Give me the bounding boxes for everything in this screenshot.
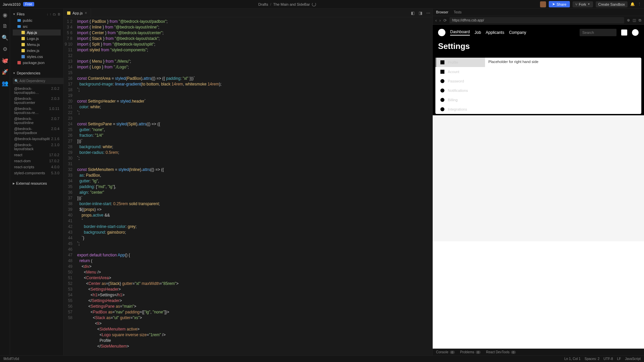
brand-name[interactable]: Jarvis1010 <box>3 2 20 6</box>
nav-back-icon[interactable]: ‹ <box>435 18 437 23</box>
bell-icon[interactable]: 🔔 <box>630 2 635 6</box>
menu-notifications[interactable]: Notifications <box>435 86 485 95</box>
search-icon[interactable]: 🔍 <box>2 35 8 40</box>
layout-icon[interactable]: ◫ <box>633 18 636 22</box>
settings-icon[interactable]: ⚙ <box>2 46 8 52</box>
dependency-row[interactable]: @bedrock-layout/padbox2.0.4 <box>13 126 61 136</box>
dependency-row[interactable]: @bedrock-layout/css-re…1.0.11 <box>13 106 61 116</box>
upload-icon[interactable]: ↑ <box>50 12 51 16</box>
tab-react-devtools[interactable]: React DevTools0 <box>486 350 516 354</box>
chevron-right-icon[interactable]: ▶ <box>13 182 15 185</box>
sync-icon[interactable] <box>312 2 316 6</box>
file-package-json[interactable]: package.json <box>13 60 61 66</box>
file-app-js[interactable]: App.js <box>13 29 61 36</box>
dependency-name: @bedrock-layout/padbox <box>14 127 51 135</box>
code-content[interactable]: import { PadBox } from "@bedrock-layout/… <box>74 17 432 355</box>
nav-dashboard[interactable]: Dashboard <box>450 29 470 36</box>
dependency-row[interactable]: react17.0.2 <box>13 152 61 158</box>
page-title: Settings <box>433 40 644 58</box>
add-dependency-input[interactable] <box>13 78 64 84</box>
dependency-name: @bedrock-layout/center <box>14 97 51 105</box>
files-header: Files <box>17 12 24 16</box>
dependency-version: 5.3.0 <box>51 171 59 175</box>
dependency-name: styled-components <box>14 171 45 175</box>
nav-applicants[interactable]: Applicants <box>486 30 504 35</box>
circle-icon <box>440 107 444 111</box>
add-to-screen-icon[interactable]: ⊕ <box>627 18 630 22</box>
nav-company[interactable]: Company <box>509 30 526 35</box>
dependency-row[interactable]: @bedrock-layout/split2.1.6 <box>13 136 61 142</box>
breadcrumb-title[interactable]: The Main and SideBar <box>273 2 310 6</box>
dependency-name: @bedrock-layout/appbo… <box>14 86 51 95</box>
status-language[interactable]: JavaScript <box>625 357 641 361</box>
settings-content: Placeholder for right hand side <box>485 58 641 114</box>
status-hash[interactable]: 9b5df7c6d <box>3 357 19 361</box>
nav-job[interactable]: Job <box>475 30 481 35</box>
dependency-row[interactable]: react-dom17.0.2 <box>13 158 61 164</box>
notification-icon[interactable] <box>621 29 627 36</box>
chevron-down-icon[interactable]: ▼ <box>13 72 15 75</box>
code-editor[interactable]: 1 2 3 4 5 6 7 8 9 10 11 12 13 14 15 16 1… <box>64 17 432 355</box>
dependency-row[interactable]: @bedrock-layout/appbo…2.0.2 <box>13 85 61 96</box>
tab-browser[interactable]: Browser <box>436 10 448 14</box>
panel-right-icon[interactable]: ◨ <box>417 11 424 15</box>
folder-src[interactable]: src <box>13 23 61 29</box>
dependency-version: 17.0.2 <box>49 153 59 157</box>
nav-forward-icon[interactable]: › <box>439 18 441 23</box>
download-icon[interactable]: ↓ <box>47 12 48 16</box>
js-icon <box>21 37 25 40</box>
tab-app-js[interactable]: App.js × <box>64 9 91 17</box>
tab-console[interactable]: Console0 <box>436 350 455 354</box>
create-sandbox-button[interactable]: Create Sandbox <box>596 1 628 7</box>
tab-problems[interactable]: Problems0 <box>460 350 481 354</box>
more-icon[interactable]: ⋯ <box>424 11 432 15</box>
share-button[interactable]: ➤Share <box>549 1 570 7</box>
panel-left-icon[interactable]: ◧ <box>409 11 417 15</box>
files-icon[interactable]: 🗎 <box>2 23 8 29</box>
new-file-icon[interactable]: 🗎 <box>57 12 61 16</box>
close-icon[interactable]: × <box>85 11 87 15</box>
dependency-row[interactable]: @bedrock-layout/stack2.1.0 <box>13 142 61 152</box>
fork-button[interactable]: ⑂Fork▼ <box>573 1 593 7</box>
folder-public[interactable]: public <box>13 17 61 23</box>
app-search-input[interactable] <box>580 29 616 36</box>
live-icon[interactable]: 👥 <box>2 80 8 86</box>
status-encoding[interactable]: UTF-8 <box>603 357 613 361</box>
file-logo-js[interactable]: Logo.js <box>13 36 61 42</box>
new-folder-icon[interactable]: 🗀 <box>53 12 56 16</box>
menu-billing[interactable]: Billing <box>435 95 485 105</box>
avatar[interactable] <box>540 1 546 7</box>
status-eol[interactable]: LF <box>617 357 621 361</box>
open-external-icon[interactable]: ⧉ <box>639 18 641 22</box>
file-menu-js[interactable]: Menu.js <box>13 42 61 48</box>
dependency-row[interactable]: react-scripts4.0.0 <box>13 164 61 170</box>
status-lncol[interactable]: Ln 1, Col 1 <box>564 357 580 361</box>
status-spaces[interactable]: Spaces: 2 <box>585 357 599 361</box>
menu-integrations[interactable]: Integrations <box>435 105 485 114</box>
menu-password[interactable]: Password <box>435 76 485 86</box>
chevron-down-icon[interactable]: ▼ <box>13 13 15 16</box>
menu-account[interactable]: Acount <box>435 67 485 76</box>
dependency-name: react-dom <box>14 159 31 163</box>
menu-profile[interactable]: Profile <box>435 58 485 67</box>
deploy-icon[interactable]: 🚀 <box>2 69 8 74</box>
square-icon <box>440 60 444 64</box>
file-styles-css[interactable]: styles.css <box>13 54 61 60</box>
deps-header: Dependencies <box>17 71 40 75</box>
dependency-row[interactable]: @bedrock-layout/inline2.0.7 <box>13 116 61 126</box>
js-icon <box>21 43 25 46</box>
github-icon[interactable]: 🐙 <box>2 58 8 63</box>
preview-pane: Browser Tests ‹ › ⟳ ⊕ ◫ ⧉ Dashboard Job … <box>432 9 644 355</box>
dependency-row[interactable]: styled-components5.3.0 <box>13 170 61 176</box>
dependency-name: @bedrock-layout/inline <box>14 117 51 125</box>
tab-tests[interactable]: Tests <box>454 10 462 14</box>
dependency-row[interactable]: @bedrock-layout/center2.0.3 <box>13 96 61 106</box>
breadcrumb-drafts[interactable]: Drafts <box>258 2 268 6</box>
app-avatar[interactable] <box>632 29 639 36</box>
sandbox-icon[interactable]: ◉ <box>2 12 8 17</box>
url-input[interactable] <box>449 17 624 23</box>
kebab-menu-icon[interactable]: ⋮ <box>638 2 641 6</box>
file-index-js[interactable]: index.js <box>13 48 61 54</box>
reload-icon[interactable]: ⟳ <box>443 18 447 23</box>
fork-icon: ⑂ <box>575 2 578 6</box>
